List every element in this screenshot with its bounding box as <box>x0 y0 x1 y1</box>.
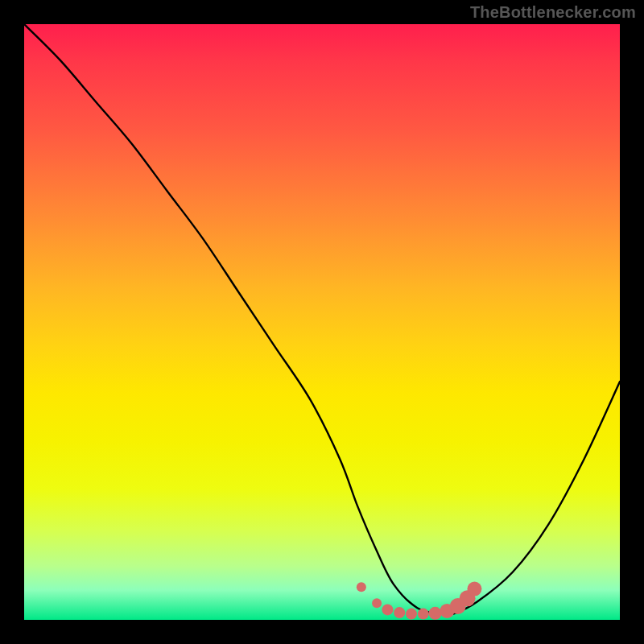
valley-marker <box>429 607 442 620</box>
chart-svg <box>24 24 620 620</box>
valley-marker <box>418 609 429 620</box>
attribution-text: TheBottlenecker.com <box>470 3 636 22</box>
valley-marker <box>467 582 481 597</box>
valley-marker <box>382 604 393 615</box>
curve-path <box>24 24 620 615</box>
chart-container: TheBottlenecker.com <box>0 0 644 644</box>
valley-markers <box>357 582 482 620</box>
valley-marker <box>357 582 366 592</box>
plot-area <box>24 24 620 620</box>
valley-marker <box>394 607 405 618</box>
valley-marker <box>406 609 417 620</box>
valley-marker <box>372 598 382 608</box>
